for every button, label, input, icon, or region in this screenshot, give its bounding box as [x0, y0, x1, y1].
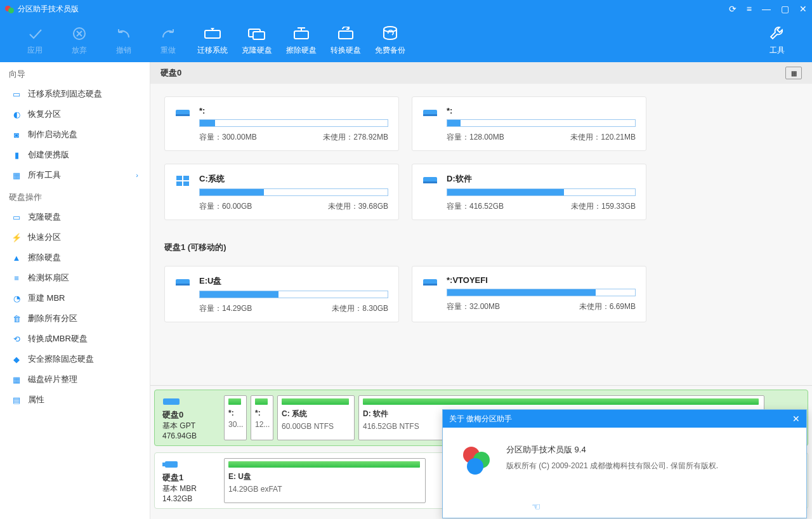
sidebar-label: 删除所有分区 [28, 313, 77, 324]
free: 未使用：39.68GB [328, 201, 388, 212]
sidebar-item-recover[interactable]: ◐恢复分区 [0, 104, 150, 124]
sidebar-item-secwipe[interactable]: ◆安全擦除固态硬盘 [0, 349, 150, 369]
disk0-title: 硬盘0 ▦ [150, 62, 812, 84]
disk0-cards: *:容量：300.00MB未使用：278.92MB*:容量：128.00MB未使… [150, 84, 812, 227]
about-close-icon[interactable]: ✕ [792, 414, 800, 424]
about-copyright: 版权所有 (C) 2009-2021 成都傲梅科技有限公司. 保留所有版权. [506, 461, 718, 471]
disk-icon [162, 397, 180, 407]
discard-label: 放弃 [72, 45, 87, 56]
svg-rect-11 [176, 176, 182, 180]
sidebar-item-quickpart[interactable]: ⚡快速分区 [0, 227, 150, 247]
refresh-icon[interactable]: ⟳ [729, 4, 737, 14]
convert-icon [337, 25, 355, 43]
apply-button[interactable]: 应用 [13, 25, 57, 56]
partition-card[interactable]: C:系统容量：60.00GB未使用：39.68GB [164, 164, 399, 220]
sidebar-item-portable[interactable]: ▮创建便携版 [0, 145, 150, 165]
sidebar-item-deleteall[interactable]: 🗑删除所有分区 [0, 308, 150, 329]
disk1-cards: E:U盘容量：14.29GB未使用：8.30GB*:VTOYEFI容量：32.0… [150, 253, 812, 329]
usage-bar [447, 289, 636, 296]
sidebar-item-migrate-ssd[interactable]: ▭迁移系统到固态硬盘 [0, 84, 150, 104]
partition-card[interactable]: D:软件容量：416.52GB未使用：159.33GB [412, 164, 646, 220]
capacity: 容量：60.00GB [199, 201, 252, 212]
svg-rect-14 [183, 181, 189, 186]
sidebar-item-defrag[interactable]: ▦磁盘碎片整理 [0, 369, 150, 390]
capacity: 容量：32.00MB [447, 301, 500, 312]
partition-slab[interactable]: *:12... [251, 395, 273, 440]
sidebar-label: 制作启动光盘 [28, 129, 77, 140]
svg-rect-23 [162, 463, 166, 466]
partition-card[interactable]: *:容量：300.00MB未使用：278.92MB [164, 96, 399, 151]
backup-button[interactable]: 免费备份 [368, 25, 412, 56]
backup-icon [381, 25, 399, 43]
pointer-icon: ☜ [532, 501, 540, 513]
svg-rect-8 [176, 114, 190, 116]
sidebar-label: 迁移系统到固态硬盘 [28, 88, 102, 100]
usage-bar [199, 188, 388, 196]
app-logo-icon [5, 4, 14, 13]
convert-button[interactable]: 转换硬盘 [324, 25, 368, 56]
redo-button[interactable]: 重做 [146, 25, 190, 56]
partition-slab[interactable]: *:30... [224, 395, 247, 440]
sidebar-label: 所有工具 [28, 169, 61, 181]
disk-area: 硬盘0 ▦ *:容量：300.00MB未使用：278.92MB*:容量：128.… [150, 62, 812, 385]
disk1-title: 硬盘1 (可移动的) [150, 227, 812, 253]
disk0-size: 476.94GB [162, 431, 220, 440]
drive-icon [175, 277, 190, 288]
sidebar-label: 检测坏扇区 [28, 272, 69, 284]
undo-icon [115, 25, 133, 43]
slab-size: 60.00GB NTFS [282, 422, 349, 431]
shield-icon: ◆ [11, 354, 22, 364]
partition-slab[interactable]: E: U盘14.29GB exFAT [224, 458, 426, 503]
check-icon [26, 25, 44, 43]
usb-icon: ▮ [11, 150, 22, 160]
partition-card[interactable]: E:U盘容量：14.29GB未使用：8.30GB [164, 266, 399, 322]
disk0-label: 硬盘0 [160, 67, 181, 79]
app-title: 分区助手技术员版 [18, 4, 79, 15]
mbr-icon: ◔ [11, 293, 22, 303]
maximize-icon[interactable]: ▢ [781, 4, 789, 14]
migrate-label: 迁移系统 [197, 45, 228, 56]
sidebar-item-clone[interactable]: ▭克隆硬盘 [0, 207, 150, 227]
bolt-icon: ⚡ [11, 232, 22, 242]
svg-rect-10 [423, 114, 437, 116]
usage-bar [447, 119, 636, 127]
clone-icon [248, 25, 266, 43]
cancel-icon [70, 25, 88, 43]
view-toggle-button[interactable]: ▦ [785, 67, 802, 79]
close-icon[interactable]: ✕ [799, 4, 807, 14]
partition-card[interactable]: *:容量：128.00MB未使用：120.21MB [412, 96, 646, 151]
svg-rect-4 [294, 31, 308, 39]
disk1-scheme: 基本 MBR [162, 483, 220, 494]
svg-rect-3 [253, 32, 265, 39]
capacity: 容量：14.29GB [199, 303, 252, 314]
undo-button[interactable]: 撤销 [102, 25, 146, 56]
migrate-icon [204, 25, 221, 43]
sidebar-item-badsector[interactable]: ≡检测坏扇区 [0, 268, 150, 288]
menu-icon[interactable]: ≡ [747, 4, 752, 14]
minimize-icon[interactable]: — [762, 4, 771, 14]
drive-icon [422, 107, 438, 119]
slab-size: 14.29GB exFAT [228, 485, 420, 494]
svg-point-6 [384, 27, 396, 32]
tools-button[interactable]: 工具 [755, 25, 799, 56]
undo-label: 撤销 [116, 45, 131, 56]
clone-button[interactable]: 克隆硬盘 [235, 25, 279, 56]
sidebar-item-bootdisk[interactable]: ◙制作启动光盘 [0, 124, 150, 145]
sidebar-item-props[interactable]: ▤属性 [0, 390, 150, 410]
migrate-button[interactable]: 迁移系统 [190, 25, 235, 56]
sidebar-item-tombrmode[interactable]: ⟲转换成MBR硬盘 [0, 329, 150, 349]
wipe-button[interactable]: 擦除硬盘 [279, 25, 324, 56]
sidebar-item-alltools[interactable]: ▦所有工具› [0, 165, 150, 185]
partition-name: *: [199, 106, 388, 115]
tools-label: 工具 [769, 45, 785, 56]
discard-button[interactable]: 放弃 [57, 25, 102, 56]
partition-slab[interactable]: C: 系统60.00GB NTFS [277, 395, 355, 440]
sidebar-label: 恢复分区 [28, 108, 61, 120]
partition-card[interactable]: *:VTOYEFI容量：32.00MB未使用：6.69MB [412, 266, 646, 322]
sidebar-item-mbr[interactable]: ◔重建 MBR [0, 288, 150, 308]
partition-name: C:系统 [199, 173, 388, 185]
eraser-icon: ▲ [11, 253, 22, 263]
sidebar-item-wipe[interactable]: ▲擦除硬盘 [0, 247, 150, 268]
svg-rect-5 [339, 31, 353, 39]
sidebar-label: 磁盘碎片整理 [28, 374, 77, 385]
